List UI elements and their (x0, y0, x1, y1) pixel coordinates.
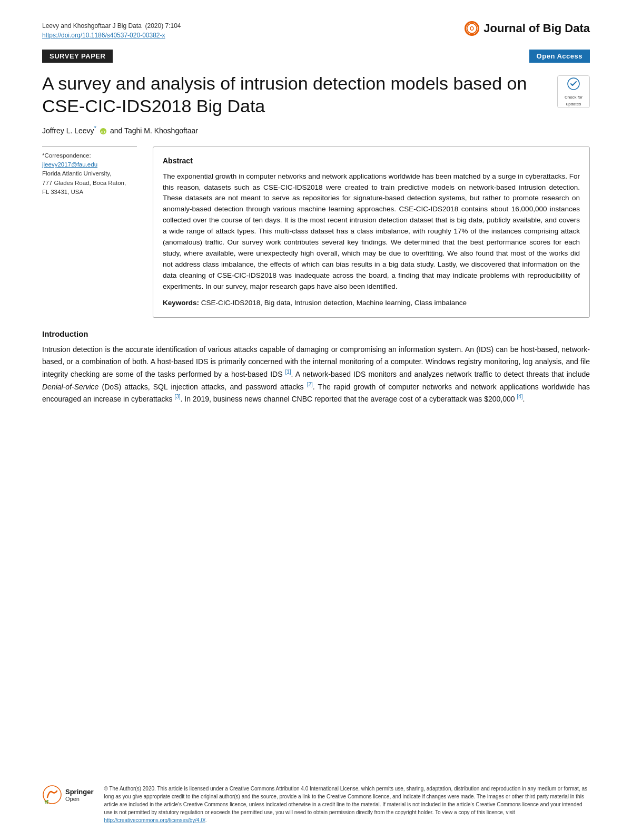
svg-text:🌿: 🌿 (44, 799, 49, 804)
affiliation2: 777 Glades Road, Boca Raton, (42, 180, 126, 186)
ref-1: [1] (285, 369, 291, 375)
citation-authors: Leevy and Khoshgoftaar J Big Data (42, 22, 142, 30)
check-updates-line1: Check for (565, 95, 582, 100)
introduction-paragraph1: Intrusion detection is the accurate iden… (42, 344, 590, 405)
authors-line: Joffrey L. Leevy* iD and Taghi M. Khoshg… (42, 124, 590, 135)
footer-copyright: © The Author(s) 2020. This article is li… (104, 785, 590, 824)
journal-name: Journal of Big Data (483, 22, 590, 35)
page: Leevy and Khoshgoftaar J Big Data (2020)… (0, 0, 632, 840)
open-access-badge: Open Access (529, 50, 590, 63)
orcid-icon: iD (100, 128, 107, 135)
check-updates-icon (567, 77, 580, 93)
top-header: Leevy and Khoshgoftaar J Big Data (2020)… (42, 21, 590, 40)
ref-4: [4] (517, 394, 522, 399)
affiliation1: Florida Atlantic University, (42, 170, 111, 177)
correspondence-col: *Correspondence: jleevy2017@fau.edu Flor… (42, 146, 137, 318)
abstract-title: Abstract (163, 155, 580, 167)
citation-year: (2020) 7:104 (145, 22, 181, 30)
denial-of-service-italic: Denial-of-Service (42, 382, 98, 390)
asterisk-note: *Correspondence: (42, 151, 137, 160)
springer-o-icon: O (465, 21, 479, 36)
svg-text:iD: iD (101, 129, 105, 134)
introduction-section: Introduction Intrusion detection is the … (42, 329, 590, 405)
page-footer: 🌿 Springer Open © The Author(s) 2020. Th… (42, 785, 590, 824)
keywords-values: CSE-CIC-IDS2018, Big data, Intrusion det… (201, 299, 467, 307)
introduction-title: Introduction (42, 329, 590, 338)
author-email[interactable]: jleevy2017@fau.edu (42, 161, 97, 168)
title-area: A survey and analysis of intrusion detec… (42, 72, 590, 117)
check-updates-line2: updates (566, 102, 581, 107)
license-url[interactable]: http://creativecommons.org/licenses/by/4… (104, 817, 205, 823)
abstract-body: The exponential growth in computer netwo… (163, 171, 580, 292)
tag-row: SURVEY PAPER Open Access (42, 50, 590, 63)
ref-2: [2] (307, 382, 313, 387)
ref-3: [3] (174, 394, 180, 399)
affiliation3: FL 33431, USA (42, 189, 83, 195)
keywords-line: Keywords: CSE-CIC-IDS2018, Big data, Int… (163, 298, 580, 309)
springer-name: Springer Open (65, 788, 93, 802)
survey-paper-badge: SURVEY PAPER (42, 50, 113, 63)
two-col-layout: *Correspondence: jleevy2017@fau.edu Flor… (42, 146, 590, 318)
abstract-col: Abstract The exponential growth in compu… (153, 146, 590, 318)
svg-text:O: O (470, 26, 474, 32)
keywords-label: Keywords: (163, 299, 199, 307)
article-title: A survey and analysis of intrusion detec… (42, 72, 547, 117)
citation-block: Leevy and Khoshgoftaar J Big Data (2020)… (42, 21, 181, 40)
doi-link[interactable]: https://doi.org/10.1186/s40537-020-00382… (42, 32, 165, 39)
springer-logo-svg: 🌿 (42, 785, 62, 805)
springer-logo: 🌿 Springer Open (42, 785, 93, 805)
abstract-box: Abstract The exponential growth in compu… (153, 146, 590, 318)
check-updates-badge: Check for updates (557, 75, 590, 108)
journal-brand: O Journal of Big Data (465, 21, 590, 36)
